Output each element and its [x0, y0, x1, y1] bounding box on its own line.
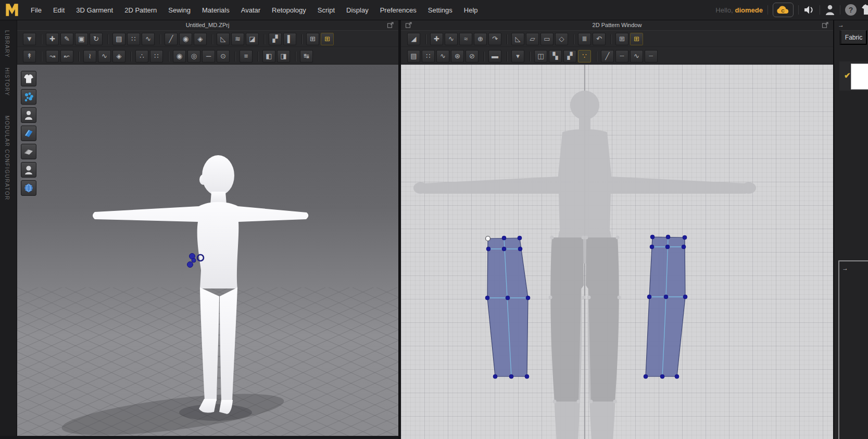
select-flatten-icon[interactable]: ◺: [217, 33, 230, 45]
menu-settings[interactable]: Settings: [422, 1, 458, 19]
segment-sewing-icon[interactable]: ▤: [407, 50, 420, 62]
select-box-icon[interactable]: ▣: [75, 33, 88, 45]
grid-snap-icon[interactable]: ⊞: [321, 33, 334, 45]
pin-cluster-icon[interactable]: ∷: [150, 50, 163, 62]
fold-arrangement-icon[interactable]: ▞: [269, 33, 282, 45]
create-rectangle-icon[interactable]: ▭: [540, 33, 553, 45]
pattern-piece-right[interactable]: [644, 235, 687, 379]
menu-preferences[interactable]: Preferences: [374, 1, 422, 19]
viewport-3d[interactable]: [17, 65, 398, 439]
show-particles-button[interactable]: [21, 89, 36, 105]
tack-icon[interactable]: ↹: [300, 50, 313, 62]
fold-pleats-icon[interactable]: ↶: [593, 33, 606, 45]
edit-curvature-icon[interactable]: ∿: [445, 33, 458, 45]
stitch-wave-icon[interactable]: ∿: [630, 50, 643, 62]
grid-cursor-icon[interactable]: ⊞: [615, 33, 628, 45]
sew-garment-icon[interactable]: ◈: [112, 50, 125, 62]
show-bust-button[interactable]: [21, 162, 36, 178]
mn-segment-sewing-icon[interactable]: ∷: [127, 33, 140, 45]
selected-point[interactable]: [486, 236, 490, 241]
add-curve-icon[interactable]: ↷: [488, 33, 501, 45]
sew-free-curve-icon[interactable]: ∿: [98, 50, 111, 62]
show-environment-button[interactable]: [21, 180, 36, 196]
sew-curve-icon[interactable]: ≀: [83, 50, 96, 62]
menu-avatar[interactable]: Avatar: [235, 1, 266, 19]
popout-window-icon[interactable]: [387, 21, 394, 29]
auto-sewing-icon[interactable]: ⊛: [451, 50, 464, 62]
popout-window-icon[interactable]: [822, 21, 829, 29]
pin-garment-icon[interactable]: ◈: [194, 33, 207, 45]
panel-divider[interactable]: [398, 20, 401, 439]
fasten-icon[interactable]: ─: [202, 50, 215, 62]
mn-sewing-icon[interactable]: ∷: [422, 50, 435, 62]
stitch-dashed-icon[interactable]: ┄: [615, 50, 628, 62]
steam-iron-icon[interactable]: ▬: [488, 50, 501, 62]
buttonhole-icon[interactable]: ◎: [187, 50, 200, 62]
transform-pattern-icon[interactable]: ↻: [90, 33, 103, 45]
menu-3d-garment[interactable]: 3D Garment: [70, 1, 119, 19]
cloud-sync-button[interactable]: C: [773, 3, 794, 17]
arrange-plane-icon[interactable]: ◨: [277, 50, 290, 62]
sound-button[interactable]: [803, 5, 815, 15]
pin-curve-icon[interactable]: ↝: [46, 50, 59, 62]
segment-sewing-icon[interactable]: ▤: [112, 33, 125, 45]
grid-cursor-icon[interactable]: ⊞: [306, 33, 319, 45]
texture-roller-icon[interactable]: ◫: [534, 50, 547, 62]
menu-retopology[interactable]: Retopology: [266, 1, 312, 19]
popout-window-icon[interactable]: [405, 21, 412, 29]
show-fabric-button[interactable]: [21, 126, 36, 141]
expand-arrow-icon[interactable]: →: [842, 265, 848, 271]
free-sewing-icon[interactable]: ∿: [436, 50, 449, 62]
rail-tab-history[interactable]: HISTORY: [4, 68, 10, 96]
create-polygon-icon[interactable]: ▱: [526, 33, 539, 45]
button-icon[interactable]: ◉: [173, 50, 186, 62]
fold-3d-icon[interactable]: ▌: [283, 33, 296, 45]
collapse-arrow-icon[interactable]: →: [838, 22, 844, 28]
menu-file[interactable]: File: [25, 1, 47, 19]
menu-2d-pattern[interactable]: 2D Pattern: [119, 1, 162, 19]
menu-script[interactable]: Script: [312, 1, 341, 19]
fabric-list-item[interactable]: ✔: [839, 61, 868, 91]
rail-tab-modular-configurator[interactable]: MODULAR CONFIGURATOR: [4, 116, 10, 200]
avatar-walk-icon[interactable]: ↟: [23, 50, 36, 62]
arrange-plane-select-icon[interactable]: ◧: [262, 50, 275, 62]
account-button[interactable]: [825, 4, 835, 16]
menu-display[interactable]: Display: [341, 1, 374, 19]
garment-icon-partial[interactable]: [861, 3, 868, 17]
menu-help[interactable]: Help: [458, 1, 484, 19]
edit-curve-point-icon[interactable]: ≈: [459, 33, 472, 45]
show-avatar-button[interactable]: [21, 107, 36, 123]
flatten-curve-icon[interactable]: ≋: [231, 33, 244, 45]
lock-button-icon[interactable]: ⊙: [217, 50, 230, 62]
help-button[interactable]: ?: [845, 4, 857, 16]
stitch-slash-icon[interactable]: ╱: [601, 50, 614, 62]
simulate-icon[interactable]: ▼: [23, 33, 36, 45]
free-sewing-icon[interactable]: ∿: [142, 33, 155, 45]
transform-pattern-icon[interactable]: ◢: [407, 33, 420, 45]
pin-icon[interactable]: ╱: [165, 33, 178, 45]
zipper-icon[interactable]: ≡: [240, 50, 253, 62]
rail-tab-library[interactable]: LIBRARY: [4, 30, 10, 58]
pin-dots-icon[interactable]: ∴: [135, 50, 148, 62]
edit-sewing-icon[interactable]: ⊘: [466, 50, 479, 62]
put-on-garment-icon[interactable]: ▾: [511, 50, 524, 62]
texture-shirt-icon[interactable]: ▚: [549, 50, 562, 62]
edit-pattern-icon[interactable]: ✚: [430, 33, 443, 45]
pattern-piece-left[interactable]: [485, 236, 530, 379]
trace-icon[interactable]: ◺: [511, 33, 524, 45]
menu-edit[interactable]: Edit: [47, 1, 70, 19]
menu-materials[interactable]: Materials: [196, 1, 235, 19]
fabric-swatch[interactable]: [851, 64, 868, 90]
darts-icon[interactable]: ◇: [555, 33, 568, 45]
texture-shirt-alt-icon[interactable]: ▞: [563, 50, 576, 62]
curve-point-icon[interactable]: ↜: [60, 50, 73, 62]
add-point-icon[interactable]: ⊕: [474, 33, 487, 45]
select-move-icon[interactable]: ✚: [46, 33, 59, 45]
pin-ball-icon[interactable]: ◉: [179, 33, 192, 45]
show-garment-button[interactable]: [21, 71, 36, 86]
stitch-dotted-icon[interactable]: ┈: [645, 50, 658, 62]
flatten-piece-icon[interactable]: ◪: [246, 33, 259, 45]
grid-snap-icon[interactable]: ⊞: [630, 33, 643, 45]
menu-sewing[interactable]: Sewing: [162, 1, 196, 19]
pleats-icon[interactable]: Ⅲ: [578, 33, 591, 45]
